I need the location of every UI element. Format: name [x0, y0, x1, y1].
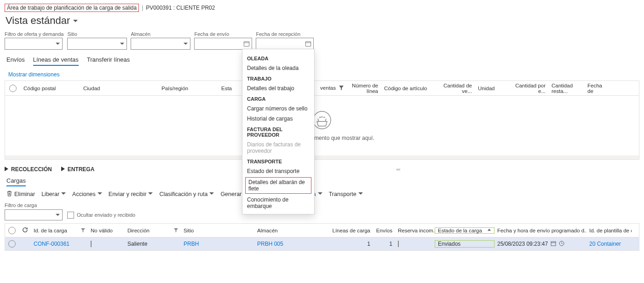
- filter-label: Fecha de recepción: [256, 31, 314, 37]
- triangle-right-icon[interactable]: [5, 166, 8, 173]
- col-reserva[interactable]: Reserva incom...: [395, 228, 435, 233]
- col-cantidad-resta[interactable]: Cantidad resta...: [549, 83, 585, 94]
- col-no-valido[interactable]: No válido: [88, 228, 125, 233]
- chevron-down-icon: [148, 191, 153, 197]
- chevron-down-icon: [318, 191, 322, 197]
- view-title[interactable]: Vista estándar: [5, 13, 639, 30]
- cell-direccion: Saliente: [125, 241, 181, 247]
- col-almacen[interactable]: Almacén: [254, 228, 325, 233]
- filter-icon: [174, 228, 178, 233]
- cell-sitio[interactable]: PRBH: [181, 241, 254, 247]
- col-unidad[interactable]: Unidad: [475, 86, 512, 91]
- menu-section-transporte: TRANSPORTE: [242, 156, 314, 166]
- refresh-icon[interactable]: [22, 227, 28, 234]
- load-filter: Filtro de carga Ocultar enviado y recibi…: [5, 201, 639, 223]
- col-plantilla[interactable]: Id. de plantilla de c: [586, 228, 632, 233]
- liberar-button[interactable]: Liberar: [41, 191, 66, 197]
- transporte-button[interactable]: Transporte: [329, 191, 363, 197]
- table-row[interactable]: CONF-000361 Saliente PRBH PRBH 005 1 1 E…: [5, 237, 639, 250]
- filter-icon: [339, 85, 344, 92]
- load-filter-label: Filtro de carga: [5, 202, 639, 208]
- tab-envios[interactable]: Envíos: [6, 56, 25, 66]
- context-menu: OLEADA Detalles de la oleada TRABAJO Det…: [242, 49, 315, 214]
- tab-lineas-ventas[interactable]: Líneas de ventas: [33, 56, 79, 66]
- col-fecha-de[interactable]: Fecha de: [585, 83, 607, 94]
- chevron-down-icon: [61, 191, 66, 197]
- menu-item-estado-transporte[interactable]: Estado del transporte: [242, 166, 314, 176]
- triangle-right-icon[interactable]: [61, 166, 65, 173]
- col-id-carga[interactable]: Id. de la carga: [31, 228, 88, 233]
- menu-item-detalles-trabajo[interactable]: Detalles del trabajo: [242, 83, 314, 93]
- breadcrumb-highlighted[interactable]: Área de trabajo de planificación de la c…: [5, 4, 139, 12]
- filter-sitio[interactable]: [67, 38, 127, 50]
- cell-id-carga[interactable]: CONF-000361: [31, 241, 88, 247]
- menu-item-historial-cargas[interactable]: Historial de cargas: [242, 114, 314, 124]
- menu-item-detalles-oleada[interactable]: Detalles de la oleada: [242, 63, 314, 73]
- col-lineas-carga[interactable]: Líneas de carga: [325, 228, 373, 233]
- clock-icon[interactable]: [559, 241, 564, 248]
- empty-state: No hay ningún elemento que mostrar aquí.: [5, 96, 639, 156]
- trash-icon: [6, 191, 12, 198]
- cargas-tab[interactable]: Cargas: [5, 175, 639, 185]
- filter-label: Sitio: [67, 31, 127, 37]
- calendar-icon[interactable]: [551, 241, 556, 248]
- svg-rect-0: [244, 41, 249, 46]
- svg-rect-3: [551, 242, 556, 246]
- upper-grid: Código postal Ciudad País/región Esta ve…: [5, 81, 639, 160]
- col-estado-carga[interactable]: Estado de la carga: [435, 227, 494, 234]
- col-pais-region[interactable]: País/región: [159, 86, 218, 91]
- acciones-button[interactable]: Acciones: [72, 191, 102, 197]
- breadcrumb-separator: |: [142, 5, 143, 11]
- col-envios[interactable]: Envíos: [373, 228, 395, 233]
- menu-section-carga: CARGA: [242, 93, 314, 104]
- col-ciudad[interactable]: Ciudad: [80, 86, 159, 91]
- cell-estado: Enviados: [435, 240, 494, 248]
- hide-sent-checkbox[interactable]: Ocultar enviado y recibido: [67, 212, 135, 219]
- breadcrumb-context: PV000391 : CLIENTE PR02: [146, 5, 215, 11]
- clasificacion-button[interactable]: Clasificación y ruta: [159, 191, 214, 197]
- load-filter-combo[interactable]: [5, 209, 63, 220]
- eliminar-button[interactable]: Eliminar: [6, 191, 35, 198]
- svg-rect-1: [306, 41, 311, 46]
- cell-almacen[interactable]: PRBH 005: [254, 241, 325, 247]
- collapse-row: RECOLECCIÓN ENTREGA ═: [5, 160, 639, 175]
- col-cantidad-e[interactable]: Cantidad por e...: [512, 83, 549, 94]
- col-direccion[interactable]: Dirección: [125, 228, 181, 233]
- splitter-handle[interactable]: ═: [396, 166, 400, 173]
- col-sitio[interactable]: Sitio: [181, 228, 254, 233]
- show-dimensions-link[interactable]: Mostrar dimensiones: [5, 68, 639, 81]
- select-all-circle[interactable]: [9, 85, 17, 92]
- enviar-recibir-button[interactable]: Enviar y recibir: [109, 191, 153, 197]
- entrega-label[interactable]: ENTREGA: [68, 166, 95, 173]
- loads-toolbar: Eliminar Liberar Acciones Enviar y recib…: [5, 185, 639, 201]
- col-fecha-envio-prog[interactable]: Fecha y hora de envío programado d...: [494, 228, 586, 233]
- hide-sent-label: Ocultar enviado y recibido: [77, 212, 135, 218]
- col-cantidad-ve[interactable]: Cantidad de ve...: [438, 83, 475, 94]
- col-codigo-articulo[interactable]: Código de artículo: [381, 86, 438, 91]
- filter-almacen[interactable]: [131, 38, 190, 50]
- filter-fecha-recepcion[interactable]: [256, 38, 314, 50]
- filter-label: Fecha de envío: [194, 31, 252, 37]
- menu-item-conocimiento-embarque[interactable]: Conocimiento de embarque: [242, 195, 314, 211]
- tab-transferir-lineas[interactable]: Transferir líneas: [87, 56, 130, 66]
- chevron-down-icon: [73, 18, 78, 25]
- menu-item-numeros-sello[interactable]: Cargar números de sello: [242, 104, 314, 114]
- horizontal-scrollbar[interactable]: [5, 156, 639, 159]
- checkbox-icon[interactable]: [398, 241, 399, 247]
- sort-asc-icon: [487, 228, 491, 233]
- menu-section-trabajo: TRABAJO: [242, 73, 314, 83]
- filter-oferta-demanda[interactable]: [5, 38, 63, 50]
- cell-fecha: 25/08/2023 09:23:47: [494, 241, 586, 248]
- checkbox-icon[interactable]: [91, 241, 92, 247]
- col-ventas[interactable]: ventas: [310, 85, 347, 92]
- row-select-circle[interactable]: [8, 240, 16, 248]
- checkbox-icon: [67, 212, 74, 219]
- menu-item-albaran-flete[interactable]: Detalles del albarán de flete: [245, 177, 311, 194]
- cell-plantilla[interactable]: 20 Container: [586, 241, 632, 247]
- menu-item-diarios-facturas: Diarios de facturas de proveedor: [242, 139, 314, 156]
- col-codigo-postal[interactable]: Código postal: [21, 86, 80, 91]
- col-numero-linea[interactable]: Número de línea: [347, 83, 381, 94]
- recoleccion-label[interactable]: RECOLECCIÓN: [11, 166, 52, 173]
- select-all-circle[interactable]: [8, 227, 16, 234]
- filter-fecha-envio[interactable]: [194, 38, 252, 50]
